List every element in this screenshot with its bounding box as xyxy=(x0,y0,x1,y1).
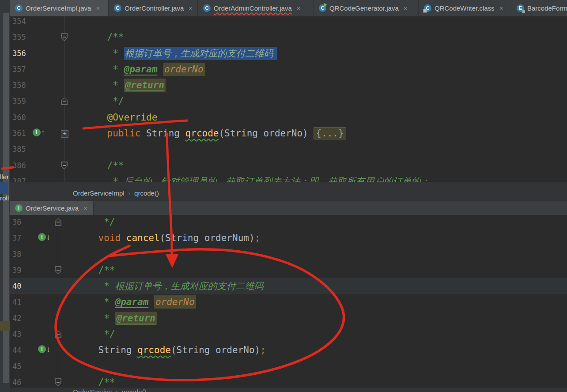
tab-label: OrderController.java xyxy=(125,4,184,12)
tab-label: OrderServiceImpl.java xyxy=(26,4,91,12)
override-marker-icon[interactable]: I↑ xyxy=(33,128,45,138)
breadcrumb-item[interactable]: OrderService xyxy=(73,388,112,392)
code-text: */ xyxy=(10,93,567,109)
code-line: 41 * @param orderNo xyxy=(10,294,567,310)
code-text: * @param orderNo xyxy=(10,61,567,77)
class-icon: C xyxy=(114,4,121,12)
code-line: 46 /** xyxy=(10,374,567,388)
editor-orderserviceimpl[interactable]: 354355 /**356 * 根据订单号，生成对应的支付二维码357 * @p… xyxy=(10,16,567,182)
code-text: * 根据订单号，生成对应的支付二维码 xyxy=(10,278,567,294)
close-icon[interactable]: × xyxy=(499,4,503,12)
class-run-icon: C xyxy=(319,4,326,12)
tab-qrcodewriter-class[interactable]: CQRCodeWriter.class× xyxy=(419,0,511,16)
code-line: 44I↓ String qrcode(String orderNo); xyxy=(10,342,567,358)
line-number: 354 xyxy=(12,16,39,29)
code-line: 358 * @return xyxy=(10,77,567,93)
code-line: 354 xyxy=(10,16,567,29)
code-text: * 后台的，针对管理员的，获取订单列表方法；即，获取所有用户的订单的； xyxy=(10,173,567,182)
close-icon[interactable]: × xyxy=(96,4,100,12)
code-text: /** xyxy=(10,29,567,45)
line-number: 385 xyxy=(12,141,39,157)
ide-window: ller roll COrderServiceImpl.java×COrderC… xyxy=(0,0,567,392)
code-text: public String qrcode(String orderNo) {..… xyxy=(10,125,567,141)
override-marker-icon[interactable]: I↓ xyxy=(38,345,50,355)
code-line: 40 * 根据订单号，生成对应的支付二维码 xyxy=(10,278,567,294)
tab-label: QRCodeGenerator.java xyxy=(329,4,399,12)
code-line: 387 * 后台的，针对管理员的，获取订单列表方法；即，获取所有用户的订单的； xyxy=(10,173,567,182)
tab-orderservice-java[interactable]: IOrderService.java× xyxy=(10,201,94,215)
editor-tab-bar-top: COrderServiceImpl.java×COrderController.… xyxy=(10,0,567,16)
code-line: 357 * @param orderNo xyxy=(10,61,567,77)
code-line: 359 */ xyxy=(10,93,567,109)
implemented-down-arrow-icon: ↓ xyxy=(46,233,50,242)
code-text: /** xyxy=(10,158,567,173)
fold-expand-icon[interactable]: + xyxy=(61,130,68,138)
locked-badge-icon xyxy=(423,9,427,13)
background-window-strip: ller roll xyxy=(0,0,10,392)
code-line: 36 */ xyxy=(10,215,567,230)
breadcrumb-clipped: OrderService›qrcode() xyxy=(10,388,567,392)
tab-orderadmincontroller-java[interactable]: COrderAdminController.java× xyxy=(198,0,314,16)
override-marker-icon[interactable]: I↓ xyxy=(38,233,50,243)
code-text: * 根据订单号，生成对应的支付二维码 xyxy=(10,45,567,61)
code-text: * @return xyxy=(10,310,567,326)
tab-label: OrderService.java xyxy=(26,204,79,212)
code-line: 360 @Override xyxy=(10,109,567,125)
background-selection-row xyxy=(0,182,8,194)
breadcrumb-item[interactable]: OrderServiceImpl xyxy=(73,189,125,197)
fold-marker-icon[interactable] xyxy=(55,218,61,226)
editor-orderservice[interactable]: 36 */37I↓ void cancel(String orderNum);3… xyxy=(10,215,567,388)
code-line: 37I↓ void cancel(String orderNum); xyxy=(10,230,567,246)
fold-marker-icon[interactable] xyxy=(61,162,68,170)
breadcrumb-item[interactable]: qrcode() xyxy=(122,388,147,392)
tab-label: QRCodeWriter.class xyxy=(435,4,495,12)
editor-tab-bar-bottom: IOrderService.java× xyxy=(10,201,567,215)
breadcrumb: OrderServiceImpl›qrcode() xyxy=(10,182,567,201)
fold-marker-icon[interactable] xyxy=(55,266,61,274)
enum-icon: E xyxy=(517,4,524,12)
line-number: 38 xyxy=(12,246,39,262)
close-icon[interactable]: × xyxy=(404,4,408,12)
fold-marker-icon[interactable] xyxy=(61,33,68,41)
code-text: void cancel(String orderNum); xyxy=(10,230,567,246)
code-line: 42 * @return xyxy=(10,310,567,326)
class-locked-icon: C xyxy=(424,4,431,12)
fold-marker-icon[interactable] xyxy=(55,378,61,386)
code-text: */ xyxy=(10,326,567,342)
tab-barcodeform[interactable]: EBarcodeForm xyxy=(511,0,567,16)
interface-icon: I xyxy=(15,204,23,212)
code-line: 361I↑+ public String qrcode(String order… xyxy=(10,125,567,141)
code-line: 38 xyxy=(10,246,567,262)
code-text: @Override xyxy=(10,109,567,125)
code-line: 43 */ xyxy=(10,326,567,342)
tab-qrcodegenerator-java[interactable]: CQRCodeGenerator.java× xyxy=(314,0,419,16)
code-text: /** xyxy=(10,262,567,278)
tab-ordercontroller-java[interactable]: COrderController.java× xyxy=(109,0,198,16)
fold-marker-icon[interactable] xyxy=(61,97,68,105)
class-icon: C xyxy=(203,4,211,12)
tab-orderserviceimpl-java[interactable]: COrderServiceImpl.java× xyxy=(10,0,109,16)
code-line: 45 xyxy=(10,358,567,374)
code-line: 356 * 根据订单号，生成对应的支付二维码 xyxy=(10,45,567,61)
partial-text-bottom: roll xyxy=(0,194,10,202)
class-icon: C xyxy=(15,4,23,12)
tab-label: BarcodeForm xyxy=(527,4,567,12)
enum-badge-icon xyxy=(522,10,525,13)
code-line: 39 /** xyxy=(10,262,567,278)
close-icon[interactable]: × xyxy=(189,4,193,12)
line-number: 45 xyxy=(12,358,39,374)
breadcrumb-separator-icon: › xyxy=(116,388,117,392)
code-text: */ xyxy=(10,215,567,230)
close-icon[interactable]: × xyxy=(297,4,301,12)
run-badge-icon xyxy=(324,3,327,7)
code-text: * @param orderNo xyxy=(10,294,567,310)
implements-up-arrow-icon: ↑ xyxy=(41,128,45,137)
tab-label: OrderAdminController.java xyxy=(214,4,292,12)
code-text: /** xyxy=(10,374,567,388)
close-icon[interactable]: × xyxy=(83,204,87,212)
code-line: 355 /** xyxy=(10,29,567,45)
breadcrumb-item[interactable]: qrcode() xyxy=(134,189,159,197)
fold-marker-icon[interactable] xyxy=(55,330,61,338)
partial-text-top: ller xyxy=(0,173,10,181)
code-text: String qrcode(String orderNo); xyxy=(10,342,567,358)
